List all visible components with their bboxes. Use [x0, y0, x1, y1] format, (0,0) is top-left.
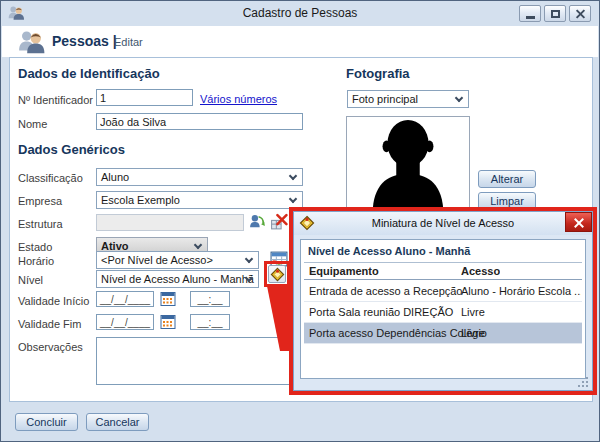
acesso-cell: Livre — [461, 306, 485, 318]
page-header: Pessoas | Editar — [2, 26, 598, 57]
empresa-label: Empresa — [18, 195, 62, 207]
column-acesso: Acesso — [461, 265, 500, 277]
equipamento-cell: Entrada de acesso a Recepção — [309, 285, 463, 297]
numero-identificador-input[interactable] — [96, 89, 193, 106]
minimize-icon — [526, 16, 535, 19]
dropdown-arrow-icon — [289, 172, 297, 180]
classificacao-label: Classificação — [18, 172, 83, 184]
title-bar[interactable]: Cadastro de Pessoas — [2, 1, 598, 26]
nivel-label: Nível — [18, 274, 43, 286]
column-equipamento: Equipamento — [309, 265, 379, 277]
window-cadastro-de-pessoas: Cadastro de Pessoas Pessoas | Editar Dad… — [0, 0, 600, 442]
photo-frame — [346, 116, 470, 210]
horario-label: Horário — [18, 255, 54, 267]
maximize-icon — [551, 10, 560, 18]
calendar-icon[interactable] — [160, 314, 176, 330]
popup-close-button[interactable] — [565, 212, 592, 232]
dropdown-arrow-icon — [194, 241, 202, 249]
footer-bar: Concluir Cancelar — [2, 402, 598, 440]
observacoes-label: Observações — [18, 341, 83, 353]
validade-inicio-label: Validade Início — [18, 295, 89, 307]
pessoas-icon — [18, 29, 46, 55]
observacoes-textarea[interactable] — [96, 337, 303, 385]
popup-window: Miniatura de Nível de Acesso Nível de Ac… — [293, 211, 593, 391]
equipamento-cell: Porta Sala reunião DIREÇÃO — [309, 306, 453, 318]
estado-label: Estado — [18, 241, 52, 253]
concluir-button[interactable]: Concluir — [15, 413, 78, 431]
section-fotografia: Fotografia — [346, 66, 410, 81]
table-row[interactable]: Porta Sala reunião DIREÇÃO Livre — [304, 302, 582, 323]
annotation-highlight-box — [264, 261, 290, 287]
classificacao-select[interactable]: Aluno — [96, 168, 303, 186]
maximize-button[interactable] — [544, 5, 566, 22]
foto-select[interactable]: Foto principal — [347, 90, 469, 108]
numero-identificador-label: Nº Identificador — [18, 94, 93, 106]
foto-select-value: Foto principal — [352, 93, 418, 105]
table-row-selected[interactable]: Porta acesso Dependências Colégio Livre — [304, 323, 582, 344]
access-level-name: Nível de Acesso Aluno - Manhã — [308, 245, 470, 257]
empresa-select[interactable]: Escola Exemplo — [96, 191, 303, 209]
nome-input[interactable] — [96, 113, 303, 130]
minimize-button[interactable] — [519, 5, 541, 22]
varios-numeros-link[interactable]: Vários números — [200, 93, 277, 105]
validade-fim-time-input[interactable]: __:__ — [190, 314, 230, 330]
nivel-select[interactable]: Nível de Acesso Aluno - Manhã — [96, 270, 259, 288]
validade-fim-label: Validade Fim — [18, 318, 81, 330]
table-row[interactable]: Entrada de acesso a Recepção Aluno - Hor… — [304, 281, 582, 302]
nome-label: Nome — [18, 118, 47, 130]
classificacao-value: Aluno — [101, 171, 129, 183]
calendar-icon[interactable] — [160, 291, 176, 307]
table-header: Equipamento Acesso — [304, 262, 582, 280]
cancelar-button[interactable]: Cancelar — [86, 413, 149, 431]
popup-title: Miniatura de Nível de Acesso — [294, 217, 592, 229]
resize-grip[interactable] — [578, 377, 589, 388]
section-dados-genericos: Dados Genéricos — [18, 142, 125, 157]
dropdown-arrow-icon — [455, 94, 463, 102]
page-title: Pessoas | — [52, 33, 117, 49]
estrutura-label: Estrutura — [18, 218, 63, 230]
section-dados-identificacao: Dados de Identificação — [18, 66, 160, 81]
validade-inicio-date-input[interactable]: __/__/____ — [96, 291, 154, 307]
validade-fim-date-input[interactable]: __/__/____ — [96, 314, 154, 330]
empresa-value: Escola Exemplo — [101, 194, 180, 206]
window-title: Cadastro de Pessoas — [2, 6, 598, 20]
page-mode-label: Editar — [114, 36, 143, 48]
close-button[interactable] — [569, 5, 591, 22]
person-silhouette — [347, 117, 469, 209]
alterar-button[interactable]: Alterar — [478, 170, 536, 188]
horario-value: <Por Nível de Acesso> — [101, 254, 213, 266]
access-level-list-panel: Nível de Acesso Aluno - Manhã Equipament… — [300, 239, 586, 379]
estrutura-input — [96, 214, 244, 231]
estrutura-select-icon[interactable] — [248, 213, 266, 231]
dropdown-arrow-icon — [289, 195, 297, 203]
nivel-value: Nível de Acesso Aluno - Manhã — [101, 273, 254, 285]
validade-inicio-time-input[interactable]: __:__ — [190, 291, 230, 307]
horario-select[interactable]: <Por Nível de Acesso> — [96, 251, 259, 269]
acesso-cell: Aluno - Horário Escola ... — [461, 285, 581, 297]
popup-title-bar[interactable]: Miniatura de Nível de Acesso — [294, 212, 592, 235]
acesso-cell: Livre — [461, 327, 485, 339]
popup-miniatura-nivel-acesso: Miniatura de Nível de Acesso Nível de Ac… — [289, 207, 597, 395]
caption-buttons — [519, 5, 591, 22]
estrutura-clear-icon[interactable] — [270, 213, 288, 231]
dropdown-arrow-icon — [245, 255, 253, 263]
